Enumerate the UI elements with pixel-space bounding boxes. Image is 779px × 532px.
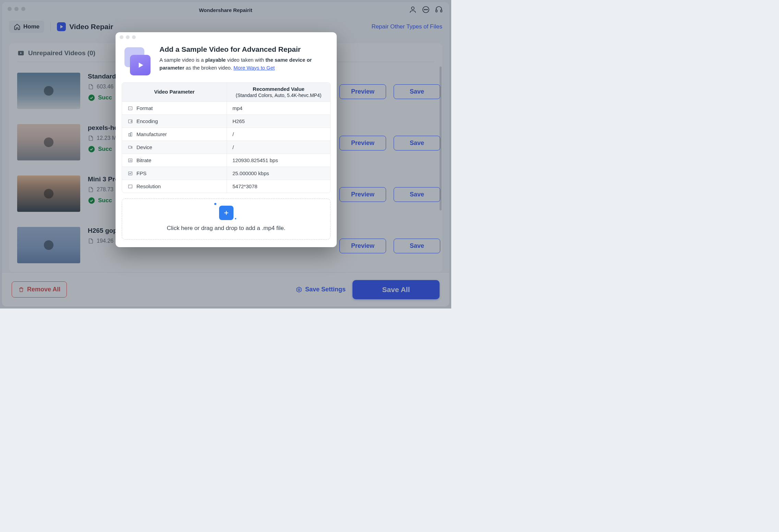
maximize-icon[interactable] [132,35,136,39]
svg-rect-16 [129,146,131,148]
svg-rect-19 [129,185,132,188]
modal-titlebar [116,32,337,42]
table-row: Manufacturer [122,128,227,141]
device-icon [128,145,133,150]
svg-rect-14 [129,133,130,136]
more-ways-link[interactable]: More Ways to Get [233,65,275,71]
table-header: Video Parameter [122,83,227,101]
table-row: Device [122,141,227,154]
manufacturer-icon [128,132,133,137]
table-header: Recommended Value (Standard Colors, Auto… [227,83,330,101]
modal-title: Add a Sample Video for Advanced Repair [159,45,328,53]
modal-description: A sample video is a playable video taken… [159,56,328,72]
dropzone-text: Click here or drag and drop to add a .mp… [122,225,330,232]
svg-rect-13 [129,120,132,123]
table-row: Bitrate [122,154,227,167]
resolution-icon [128,184,133,189]
table-row: FPS [122,167,227,180]
table-row: Resolution [122,180,227,193]
fps-icon [128,171,133,176]
table-row: Encoding [122,115,227,128]
parameter-table: Video Parameter Recommended Value (Stand… [122,82,331,193]
table-row: Format [122,102,227,114]
advanced-repair-modal: Add a Sample Video for Advanced Repair A… [116,32,337,247]
minimize-icon[interactable] [126,35,130,39]
svg-rect-15 [131,132,132,136]
plus-icon [219,206,233,220]
close-icon[interactable] [120,35,123,39]
bitrate-icon [128,158,133,163]
encoding-icon [128,119,133,124]
format-icon [128,106,133,111]
sample-video-icon [124,47,151,74]
dropzone[interactable]: Click here or drag and drop to add a .mp… [122,198,331,240]
